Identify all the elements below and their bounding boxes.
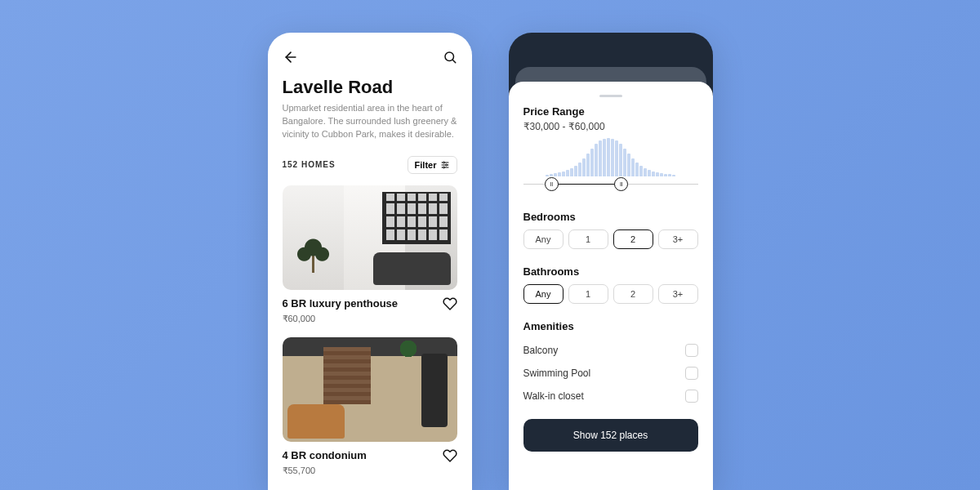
filter-screen: Price Range ₹30,000 - ₹60,000 II II Bedr… [509,33,713,490]
bathrooms-1[interactable]: 1 [568,284,608,304]
amenity-checkbox-closet[interactable] [685,390,698,403]
bathrooms-2[interactable]: 2 [613,284,653,304]
amenity-checkbox-balcony[interactable] [685,344,698,357]
price-histogram [523,137,698,176]
show-results-button[interactable]: Show 152 places [523,419,698,452]
bedrooms-1[interactable]: 1 [568,229,608,249]
amenities-label: Amenities [523,320,698,332]
page-title: Lavelle Road [283,77,457,98]
filter-sheet: Price Range ₹30,000 - ₹60,000 II II Bedr… [509,82,713,490]
listing-title: 6 BR luxury penthouse [283,297,399,310]
bathrooms-options: Any 1 2 3+ [523,284,698,304]
slider-thumb-max[interactable]: II [614,177,628,191]
amenity-row: Balcony [523,339,698,362]
svg-point-7 [445,164,447,166]
bedrooms-options: Any 1 2 3+ [523,229,698,249]
slider-thumb-min[interactable]: II [545,177,559,191]
bathrooms-label: Bathrooms [523,265,698,278]
top-bar [283,49,457,65]
listing-card[interactable]: 6 BR luxury penthouse ₹60,000 [283,185,457,324]
listings-screen: Lavelle Road Upmarket residential area i… [268,33,472,490]
search-icon[interactable] [443,50,457,65]
amenity-checkbox-pool[interactable] [685,367,698,380]
bathrooms-any[interactable]: Any [523,284,564,304]
svg-point-6 [443,162,444,163]
listing-card[interactable]: 4 BR condonium ₹55,700 [283,337,457,476]
amenity-label: Balcony [523,345,559,356]
amenity-row: Walk-in closet [523,385,698,408]
svg-line-2 [452,60,455,62]
price-range-label: Price Range [523,105,698,118]
price-slider[interactable]: II II [523,176,698,193]
amenity-label: Swimming Pool [523,368,591,379]
bedrooms-label: Bedrooms [523,211,698,223]
bedrooms-any[interactable]: Any [523,229,564,249]
listing-image [283,185,457,290]
sliders-icon [440,160,450,170]
favorite-icon[interactable] [443,296,457,311]
filter-button[interactable]: Filter [408,156,457,174]
price-range-value: ₹30,000 - ₹60,000 [523,121,698,132]
amenity-row: Swimming Pool [523,362,698,385]
page-subtitle: Upmarket residential area in the heart o… [283,102,457,141]
bathrooms-3plus[interactable]: 3+ [658,284,698,304]
back-icon[interactable] [283,49,299,65]
drag-handle[interactable] [599,95,622,97]
filter-button-label: Filter [415,160,437,170]
favorite-icon[interactable] [443,448,457,463]
listing-title: 4 BR condonium [283,449,367,461]
svg-point-8 [443,167,444,168]
listing-price: ₹60,000 [283,314,457,324]
results-count: 152 HOMES [283,160,336,169]
listing-price: ₹55,700 [283,466,457,476]
listing-image [283,337,457,442]
svg-point-1 [445,52,454,61]
amenity-label: Walk-in closet [523,390,584,402]
bedrooms-3plus[interactable]: 3+ [658,229,698,249]
bedrooms-2[interactable]: 2 [613,229,653,249]
